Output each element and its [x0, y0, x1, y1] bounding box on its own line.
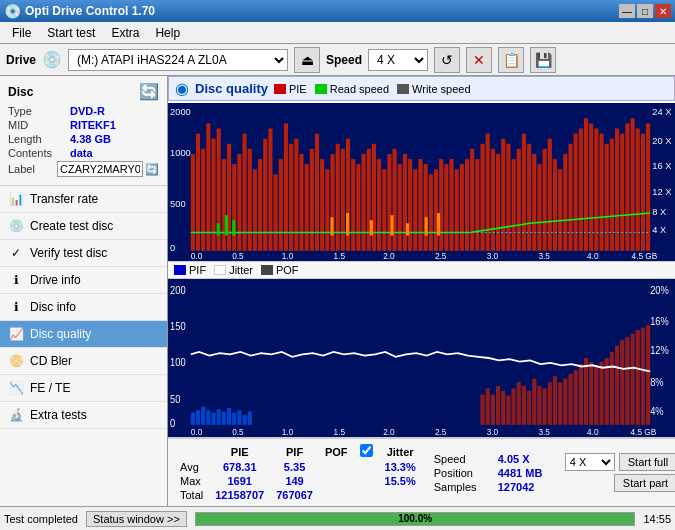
erase-button[interactable]: ✕: [466, 47, 492, 73]
minimize-button[interactable]: —: [619, 4, 635, 18]
sidebar-item-fe-te[interactable]: 📉 FE / TE: [0, 375, 167, 402]
svg-rect-53: [460, 164, 464, 251]
svg-rect-46: [424, 164, 428, 251]
svg-rect-71: [553, 159, 557, 251]
status-bar: Test completed Status window >> 100.0% 1…: [0, 506, 675, 530]
svg-rect-26: [320, 159, 324, 251]
svg-rect-14: [258, 159, 262, 251]
svg-text:1.5: 1.5: [334, 426, 346, 437]
sidebar-item-verify-test-disc[interactable]: ✓ Verify test disc: [0, 240, 167, 267]
eject-button[interactable]: ⏏: [294, 47, 320, 73]
start-part-button[interactable]: Start part: [614, 474, 675, 492]
x-label-45: 4.5 GB: [632, 252, 658, 261]
contents-key: Contents: [8, 147, 70, 159]
svg-rect-48: [434, 169, 438, 251]
refresh-button[interactable]: ↺: [434, 47, 460, 73]
svg-rect-149: [594, 367, 598, 425]
mid-key: MID: [8, 119, 70, 131]
max-pof: [319, 474, 354, 488]
disc-refresh-icon[interactable]: 🔄: [139, 82, 159, 101]
drive-info-icon: ℹ: [8, 272, 24, 288]
total-jitter: [379, 488, 422, 502]
close-button[interactable]: ✕: [655, 4, 671, 18]
samples-key: Samples: [434, 481, 492, 493]
disc-info-panel: Disc 🔄 Type DVD-R MID RITEKF1 Length 4.3…: [0, 76, 167, 186]
label-input[interactable]: [57, 161, 143, 177]
total-pof: [319, 488, 354, 502]
svg-rect-28: [330, 154, 334, 251]
svg-rect-143: [563, 379, 567, 425]
menu-extra[interactable]: Extra: [103, 24, 147, 42]
position-key: Position: [434, 467, 492, 479]
svg-rect-117: [201, 407, 205, 425]
y-right-24: 24 X: [652, 107, 671, 117]
svg-rect-159: [646, 325, 650, 425]
y-label-500: 500: [170, 199, 186, 209]
sidebar-item-disc-quality[interactable]: 📈 Disc quality: [0, 321, 167, 348]
svg-rect-138: [537, 386, 541, 425]
test-speed-select[interactable]: 4 X: [565, 453, 615, 471]
y2-right-12: 12%: [650, 345, 669, 357]
sidebar-item-transfer-rate[interactable]: 📊 Transfer rate: [0, 186, 167, 213]
svg-rect-38: [382, 169, 386, 251]
svg-rect-156: [631, 334, 635, 425]
svg-rect-7: [222, 159, 226, 251]
svg-rect-139: [543, 388, 547, 424]
svg-rect-13: [253, 169, 257, 251]
maximize-button[interactable]: □: [637, 4, 653, 18]
drive-select[interactable]: (M:) ATAPI iHAS224 A ZL0A: [68, 49, 288, 71]
menu-help[interactable]: Help: [147, 24, 188, 42]
label-refresh-icon[interactable]: 🔄: [145, 163, 159, 176]
svg-rect-61: [501, 139, 505, 251]
svg-rect-78: [589, 123, 593, 250]
speed-select[interactable]: 4 X: [368, 49, 428, 71]
svg-text:0.5: 0.5: [232, 426, 244, 437]
create-test-icon: 💿: [8, 218, 24, 234]
jitter-checkbox[interactable]: [360, 444, 373, 457]
pof-legend-color: [261, 265, 273, 275]
jitter-legend-color: [214, 265, 226, 275]
svg-rect-132: [506, 396, 510, 425]
svg-rect-136: [527, 391, 531, 425]
svg-rect-9: [232, 164, 236, 251]
sidebar-item-disc-info[interactable]: ℹ Disc info: [0, 294, 167, 321]
svg-rect-51: [449, 159, 453, 251]
fe-te-label: FE / TE: [30, 381, 70, 395]
disc-info-label: Disc info: [30, 300, 76, 314]
stats-table: PIE PIF POF Jitter Avg 678.31 5.35 13.3%…: [174, 443, 422, 502]
sidebar-item-extra-tests[interactable]: 🔬 Extra tests: [0, 402, 167, 429]
svg-rect-73: [563, 154, 567, 251]
controls-area: 4 X Start full Start part: [565, 453, 675, 492]
svg-text:4.0: 4.0: [587, 426, 599, 437]
svg-rect-142: [558, 382, 562, 425]
sidebar-item-create-test-disc[interactable]: 💿 Create test disc: [0, 213, 167, 240]
save-button[interactable]: 💾: [530, 47, 556, 73]
svg-rect-135: [522, 386, 526, 425]
sidebar-item-cd-bler[interactable]: 📀 CD Bler: [0, 348, 167, 375]
svg-text:3.0: 3.0: [487, 426, 499, 437]
menu-file[interactable]: File: [4, 24, 39, 42]
svg-rect-152: [610, 352, 614, 425]
menu-starttest[interactable]: Start test: [39, 24, 103, 42]
svg-rect-157: [636, 330, 640, 425]
col-header-pof: POF: [319, 443, 354, 460]
svg-text:0.0: 0.0: [191, 426, 203, 437]
y-label-1000: 1000: [170, 148, 191, 158]
total-pie: 12158707: [209, 488, 270, 502]
avg-pie: 678.31: [209, 460, 270, 474]
svg-rect-126: [248, 411, 252, 424]
status-window-button[interactable]: Status window >>: [86, 511, 187, 527]
copy-button[interactable]: 📋: [498, 47, 524, 73]
y-label-2000: 2000: [170, 107, 191, 117]
time-label: 14:55: [643, 513, 671, 525]
svg-text:2.0: 2.0: [383, 426, 395, 437]
svg-rect-96: [232, 220, 235, 235]
max-pie: 1691: [209, 474, 270, 488]
svg-rect-37: [377, 159, 381, 251]
y-right-4: 4 X: [652, 226, 666, 236]
pie-legend-color: [274, 84, 286, 94]
start-full-button[interactable]: Start full: [619, 453, 675, 471]
svg-rect-52: [455, 169, 459, 251]
sidebar-item-drive-info[interactable]: ℹ Drive info: [0, 267, 167, 294]
extra-tests-label: Extra tests: [30, 408, 87, 422]
